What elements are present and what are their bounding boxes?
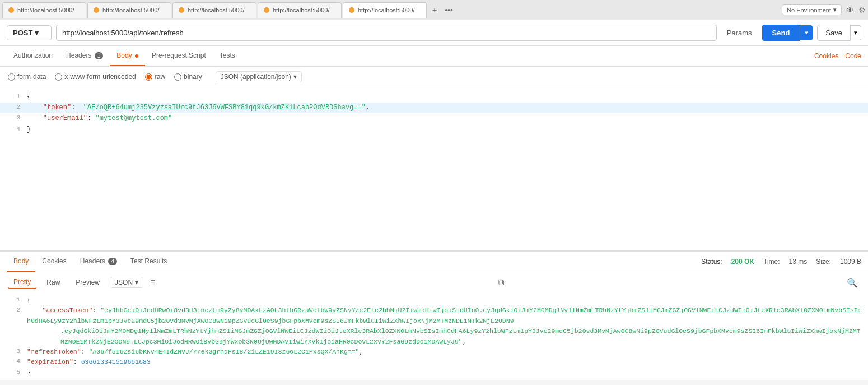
resp-line-5: 5 }	[0, 368, 868, 378]
resp-view-pretty[interactable]: Pretty	[8, 276, 36, 289]
resp-line-content-1: {	[27, 295, 31, 305]
resp-tab-test-results[interactable]: Test Results	[124, 252, 174, 272]
form-data-radio[interactable]	[8, 73, 15, 81]
resp-format-selector[interactable]: JSON ▾	[110, 277, 143, 288]
time-value: 13 ms	[789, 258, 808, 266]
json-dropdown-icon: ▾	[293, 73, 297, 81]
raw-option[interactable]: raw	[145, 73, 165, 81]
browser-tab-4[interactable]: http://localhost:5000/	[258, 2, 342, 18]
tab-close-dot-1	[8, 7, 14, 13]
method-dropdown-icon: ▾	[35, 29, 39, 37]
search-icon: 🔍	[847, 278, 858, 287]
form-data-label: form-data	[17, 73, 46, 81]
resp-copy-button[interactable]: ⧉	[496, 276, 506, 289]
url-encoded-option[interactable]: x-www-form-urlencoded	[55, 73, 136, 81]
resp-line-content-5: }	[27, 368, 31, 378]
filter-icon: ≡	[150, 277, 155, 287]
more-tabs-button[interactable]: •••	[442, 3, 455, 17]
request-code-editor[interactable]: 1 { 2 "token": "AE/oQR+64umj235VzyzsaIUr…	[0, 87, 868, 250]
req-line-content-1: {	[27, 92, 31, 103]
cookies-link[interactable]: Cookies	[814, 52, 838, 60]
browser-tab-3[interactable]: http://localhost:5000/	[172, 2, 256, 18]
tab-url-5: http://localhost:5000/	[358, 7, 421, 13]
resp-line-4: 4 "expiration": 636613341519661683	[0, 357, 868, 367]
resp-tab-headers-label: Headers	[80, 257, 105, 265]
req-line-num-1: 1	[4, 92, 20, 103]
send-dropdown-button[interactable]: ▾	[800, 25, 813, 40]
tab-prerequest-label: Pre-request Script	[152, 52, 206, 59]
environment-selector[interactable]: No Environment ▾	[782, 4, 842, 15]
tab-headers[interactable]: Headers 1	[59, 46, 110, 66]
req-line-num-3: 3	[4, 113, 20, 124]
binary-radio[interactable]	[174, 73, 181, 81]
resp-filter-button[interactable]: ≡	[148, 276, 157, 289]
tab-url-2: http://localhost:5000/	[102, 7, 165, 13]
resp-line-1: 1 {	[0, 295, 868, 305]
binary-label: binary	[184, 73, 202, 81]
req-line-num-4: 4	[4, 124, 20, 135]
resp-format-dropdown-icon: ▾	[135, 279, 138, 286]
request-tabs: Authorization Headers 1 Body Pre-request…	[0, 46, 868, 67]
method-button[interactable]: POST ▾	[7, 25, 52, 40]
resp-line-content-2b: .eyJqdGkiOiJmY2M0MDg1Ny1lNmZmLTRhNzYtYjh…	[27, 326, 864, 347]
params-button[interactable]: Params	[721, 25, 758, 40]
raw-radio[interactable]	[145, 73, 152, 81]
resp-search-button[interactable]: 🔍	[844, 276, 860, 289]
response-tabs-bar: Body Cookies Headers 4 Test Results Stat…	[0, 252, 868, 272]
json-type-selector[interactable]: JSON (application/json) ▾	[216, 71, 302, 82]
tabs-actions: + •••	[430, 3, 455, 17]
eye-button[interactable]: 👁	[846, 6, 854, 15]
browser-tab-2[interactable]: http://localhost:5000/	[87, 2, 171, 18]
resp-format-label: JSON	[115, 279, 133, 286]
method-label: POST	[13, 29, 32, 37]
right-controls: No Environment ▾ 👁 ⚙	[782, 4, 866, 15]
tab-body[interactable]: Body	[110, 46, 145, 66]
status-label: Status:	[701, 258, 722, 266]
req-line-num-2: 2	[4, 103, 20, 113]
browser-tabs-bar: http://localhost:5000/ http://localhost:…	[0, 0, 868, 20]
send-button[interactable]: Send	[762, 25, 800, 41]
resp-tab-body[interactable]: Body	[7, 252, 35, 272]
size-label: Size:	[816, 258, 831, 266]
tab-close-dot-3	[179, 7, 184, 13]
resp-view-raw[interactable]: Raw	[41, 276, 66, 289]
tab-close-dot-4	[264, 7, 269, 13]
browser-tab-5[interactable]: http://localhost:5000/	[343, 2, 427, 18]
req-tab-right: Cookies Code	[814, 52, 861, 60]
code-link[interactable]: Code	[845, 52, 861, 60]
resp-line-2: 2 "accessToken": "eyJhbGciOiJodHRwOi8vd3…	[0, 305, 868, 326]
tab-tests-label: Tests	[220, 52, 235, 59]
resp-line-num-5: 5	[4, 368, 20, 378]
tab-prerequest[interactable]: Pre-request Script	[145, 46, 213, 66]
environment-label: No Environment	[787, 7, 831, 13]
url-encoded-radio[interactable]	[55, 73, 62, 81]
save-button[interactable]: Save	[817, 25, 851, 41]
tab-url-1: http://localhost:5000/	[17, 7, 80, 13]
url-input[interactable]	[56, 25, 717, 41]
resp-tab-headers[interactable]: Headers 4	[73, 252, 124, 272]
resp-line-num-1: 1	[4, 295, 20, 305]
request-bar: POST ▾ Params Send ▾ Save ▾	[0, 20, 868, 46]
resp-line-num-4: 4	[4, 357, 20, 367]
req-line-3: 3 "userEmail": "mytest@mytest.com"	[0, 113, 868, 124]
binary-option[interactable]: binary	[174, 73, 202, 81]
browser-tab-1[interactable]: http://localhost:5000/	[2, 2, 86, 18]
env-dropdown-icon: ▾	[833, 6, 837, 13]
resp-tab-cookies[interactable]: Cookies	[35, 252, 73, 272]
resp-line-3: 3 "refreshToken": "A06/f5I6Zsi6bKNv4E4Id…	[0, 347, 868, 357]
req-line-2: 2 "token": "AE/oQR+64umj235VzyzsaIUrc9tJ…	[0, 103, 868, 113]
tab-headers-label: Headers	[66, 52, 91, 59]
tab-tests[interactable]: Tests	[213, 46, 242, 66]
send-button-group: Send ▾	[762, 25, 813, 41]
save-dropdown-button[interactable]: ▾	[851, 25, 861, 40]
new-tab-button[interactable]: +	[430, 3, 439, 17]
response-section: Body Cookies Headers 4 Test Results Stat…	[0, 250, 868, 380]
resp-view-preview[interactable]: Preview	[70, 276, 105, 289]
gear-button[interactable]: ⚙	[858, 6, 866, 15]
req-line-1: 1 {	[0, 92, 868, 103]
form-data-option[interactable]: form-data	[8, 73, 46, 81]
tab-authorization[interactable]: Authorization	[7, 46, 59, 66]
resp-line-content-4: "expiration": 636613341519661683	[27, 357, 151, 367]
status-value: 200 OK	[731, 258, 754, 266]
tab-close-dot-5	[349, 7, 354, 13]
